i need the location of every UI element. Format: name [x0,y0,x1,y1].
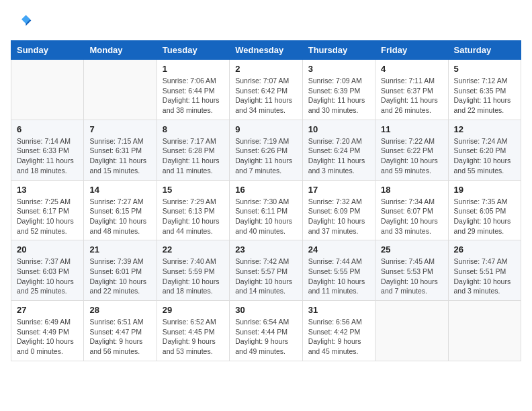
day-info: Sunrise: 7:07 AMSunset: 6:42 PMDaylight:… [235,76,296,116]
day-number: 23 [235,244,296,255]
day-of-week-header: Friday [375,41,448,60]
day-info: Sunrise: 7:12 AMSunset: 6:35 PMDaylight:… [454,76,515,116]
day-number: 12 [454,124,515,134]
calendar-week-row: 27Sunrise: 6:49 AMSunset: 4:49 PMDayligh… [11,301,521,361]
day-info: Sunrise: 7:37 AMSunset: 6:03 PMDaylight:… [17,257,78,296]
day-of-week-header: Tuesday [157,41,229,60]
day-number: 31 [308,305,369,315]
day-info: Sunrise: 7:06 AMSunset: 6:44 PMDaylight:… [163,76,224,116]
day-info: Sunrise: 7:47 AMSunset: 5:51 PMDaylight:… [454,257,515,296]
day-info: Sunrise: 6:49 AMSunset: 4:49 PMDaylight:… [17,317,78,357]
day-number: 14 [89,185,150,195]
day-info: Sunrise: 7:25 AMSunset: 6:17 PMDaylight:… [17,197,78,236]
day-of-week-header: Thursday [302,41,375,60]
day-number: 20 [17,244,78,255]
calendar-day-cell: 24Sunrise: 7:44 AMSunset: 5:55 PMDayligh… [302,240,375,301]
day-of-week-header: Sunday [11,41,84,60]
day-number: 4 [381,64,442,74]
day-number: 27 [17,305,78,315]
day-number: 18 [381,185,442,195]
calendar-week-row: 6Sunrise: 7:14 AMSunset: 6:33 PMDaylight… [11,120,521,180]
calendar-day-cell: 4Sunrise: 7:11 AMSunset: 6:37 PMDaylight… [375,60,448,120]
day-info: Sunrise: 6:51 AMSunset: 4:47 PMDaylight:… [89,317,150,357]
calendar-day-cell: 26Sunrise: 7:47 AMSunset: 5:51 PMDayligh… [448,240,521,301]
day-number: 16 [235,185,296,195]
calendar-day-cell: 14Sunrise: 7:27 AMSunset: 6:15 PMDayligh… [84,180,157,240]
day-number: 25 [381,244,442,255]
day-number: 21 [89,244,150,255]
calendar-day-cell: 21Sunrise: 7:39 AMSunset: 6:01 PMDayligh… [84,240,157,301]
day-info: Sunrise: 7:20 AMSunset: 6:24 PMDaylight:… [308,136,369,176]
day-info: Sunrise: 7:34 AMSunset: 6:07 PMDaylight:… [381,197,442,236]
day-number: 22 [163,244,224,255]
day-info: Sunrise: 6:52 AMSunset: 4:45 PMDaylight:… [163,317,224,357]
calendar-day-cell [375,301,448,361]
calendar-day-cell: 9Sunrise: 7:19 AMSunset: 6:26 PMDaylight… [230,120,302,180]
calendar-day-cell [11,60,84,120]
day-info: Sunrise: 7:17 AMSunset: 6:28 PMDaylight:… [163,136,224,176]
day-number: 15 [163,185,224,195]
calendar-day-cell: 12Sunrise: 7:24 AMSunset: 6:20 PMDayligh… [448,120,521,180]
calendar-day-cell: 5Sunrise: 7:12 AMSunset: 6:35 PMDaylight… [448,60,521,120]
day-number: 3 [308,64,369,74]
page-header [11,11,521,32]
day-number: 7 [89,124,150,134]
day-info: Sunrise: 7:24 AMSunset: 6:20 PMDaylight:… [454,136,515,176]
day-of-week-header: Monday [84,41,157,60]
calendar-week-row: 13Sunrise: 7:25 AMSunset: 6:17 PMDayligh… [11,180,521,240]
calendar-day-cell: 8Sunrise: 7:17 AMSunset: 6:28 PMDaylight… [157,120,229,180]
calendar-day-cell: 1Sunrise: 7:06 AMSunset: 6:44 PMDaylight… [157,60,229,120]
day-info: Sunrise: 7:35 AMSunset: 6:05 PMDaylight:… [454,197,515,236]
calendar-day-cell: 20Sunrise: 7:37 AMSunset: 6:03 PMDayligh… [11,240,84,301]
calendar-day-cell: 29Sunrise: 6:52 AMSunset: 4:45 PMDayligh… [157,301,229,361]
calendar-day-cell: 18Sunrise: 7:34 AMSunset: 6:07 PMDayligh… [375,180,448,240]
calendar-day-cell: 13Sunrise: 7:25 AMSunset: 6:17 PMDayligh… [11,180,84,240]
day-info: Sunrise: 7:30 AMSunset: 6:11 PMDaylight:… [235,197,296,236]
calendar-day-cell: 11Sunrise: 7:22 AMSunset: 6:22 PMDayligh… [375,120,448,180]
calendar-day-cell: 17Sunrise: 7:32 AMSunset: 6:09 PMDayligh… [302,180,375,240]
calendar-day-cell: 22Sunrise: 7:40 AMSunset: 5:59 PMDayligh… [157,240,229,301]
calendar-day-cell [84,60,157,120]
day-info: Sunrise: 7:15 AMSunset: 6:31 PMDaylight:… [89,136,150,176]
day-info: Sunrise: 7:44 AMSunset: 5:55 PMDaylight:… [308,257,369,296]
day-info: Sunrise: 7:19 AMSunset: 6:26 PMDaylight:… [235,136,296,176]
calendar-day-cell: 19Sunrise: 7:35 AMSunset: 6:05 PMDayligh… [448,180,521,240]
day-info: Sunrise: 6:54 AMSunset: 4:44 PMDaylight:… [235,317,296,357]
day-info: Sunrise: 7:29 AMSunset: 6:13 PMDaylight:… [163,197,224,236]
logo [11,11,35,32]
day-of-week-header: Saturday [448,41,521,60]
calendar-day-cell: 10Sunrise: 7:20 AMSunset: 6:24 PMDayligh… [302,120,375,180]
day-info: Sunrise: 7:09 AMSunset: 6:39 PMDaylight:… [308,76,369,116]
calendar-day-cell: 6Sunrise: 7:14 AMSunset: 6:33 PMDaylight… [11,120,84,180]
day-info: Sunrise: 7:27 AMSunset: 6:15 PMDaylight:… [89,197,150,236]
day-info: Sunrise: 7:40 AMSunset: 5:59 PMDaylight:… [163,257,224,296]
day-number: 9 [235,124,296,134]
calendar-day-cell: 31Sunrise: 6:56 AMSunset: 4:42 PMDayligh… [302,301,375,361]
calendar-table: SundayMondayTuesdayWednesdayThursdayFrid… [11,40,521,361]
day-number: 8 [163,124,224,134]
day-number: 17 [308,185,369,195]
calendar-day-cell: 25Sunrise: 7:45 AMSunset: 5:53 PMDayligh… [375,240,448,301]
calendar-day-cell: 15Sunrise: 7:29 AMSunset: 6:13 PMDayligh… [157,180,229,240]
calendar-week-row: 1Sunrise: 7:06 AMSunset: 6:44 PMDaylight… [11,60,521,120]
day-number: 19 [454,185,515,195]
day-number: 30 [235,305,296,315]
logo-icon [11,11,32,32]
day-info: Sunrise: 7:11 AMSunset: 6:37 PMDaylight:… [381,76,442,116]
day-info: Sunrise: 6:56 AMSunset: 4:42 PMDaylight:… [308,317,369,357]
calendar-day-cell: 28Sunrise: 6:51 AMSunset: 4:47 PMDayligh… [84,301,157,361]
day-of-week-header: Wednesday [230,41,302,60]
calendar-day-cell [448,301,521,361]
calendar-day-cell: 30Sunrise: 6:54 AMSunset: 4:44 PMDayligh… [230,301,302,361]
calendar-day-cell: 2Sunrise: 7:07 AMSunset: 6:42 PMDaylight… [230,60,302,120]
day-number: 1 [163,64,224,74]
calendar-header-row: SundayMondayTuesdayWednesdayThursdayFrid… [11,41,521,60]
day-info: Sunrise: 7:14 AMSunset: 6:33 PMDaylight:… [17,136,78,176]
calendar-day-cell: 27Sunrise: 6:49 AMSunset: 4:49 PMDayligh… [11,301,84,361]
calendar-day-cell: 23Sunrise: 7:42 AMSunset: 5:57 PMDayligh… [230,240,302,301]
calendar-day-cell: 7Sunrise: 7:15 AMSunset: 6:31 PMDaylight… [84,120,157,180]
day-number: 13 [17,185,78,195]
day-number: 28 [89,305,150,315]
day-number: 11 [381,124,442,134]
day-number: 2 [235,64,296,74]
